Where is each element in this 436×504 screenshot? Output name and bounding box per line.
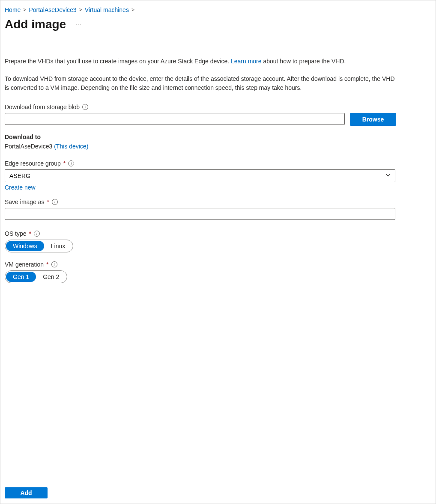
os-type-linux[interactable]: Linux (44, 241, 72, 251)
browse-button[interactable]: Browse (350, 113, 396, 126)
download-to-device-name: PortalAseDevice3 (5, 143, 54, 150)
vm-gen-toggle: Gen 1 Gen 2 (5, 270, 67, 283)
info-icon[interactable]: i (52, 199, 58, 205)
learn-more-link[interactable]: Learn more (231, 58, 262, 65)
resource-group-field: Edge resource group * i Create new (5, 160, 431, 191)
info-icon[interactable]: i (68, 160, 74, 166)
chevron-right-icon: > (79, 7, 82, 13)
page-header: Add image ··· (5, 18, 431, 31)
chevron-right-icon: > (131, 7, 134, 13)
more-actions-button[interactable]: ··· (74, 19, 84, 30)
save-as-field: Save image as * i (5, 199, 431, 220)
os-type-label: OS type (5, 230, 27, 237)
breadcrumb-home[interactable]: Home (5, 6, 21, 13)
os-type-toggle: Windows Linux (5, 240, 73, 252)
download-blob-label: Download from storage blob (5, 104, 80, 110)
vm-gen-label: VM generation (5, 261, 44, 268)
add-button[interactable]: Add (5, 487, 48, 498)
required-indicator: * (46, 261, 48, 268)
vm-gen-field: VM generation * i Gen 1 Gen 2 (5, 261, 431, 283)
intro-paragraph-1: Prepare the VHDs that you'll use to crea… (5, 57, 399, 66)
required-indicator: * (63, 160, 66, 167)
save-as-input[interactable] (5, 208, 395, 220)
vm-gen-2[interactable]: Gen 2 (36, 272, 66, 282)
breadcrumb-vms[interactable]: Virtual machines (85, 6, 129, 13)
download-to-suffix: (This device) (54, 143, 88, 150)
chevron-right-icon: > (23, 7, 26, 13)
download-to-label: Download to (5, 133, 41, 140)
page-title: Add image (5, 18, 66, 31)
info-icon[interactable]: i (34, 231, 40, 237)
required-indicator: * (47, 199, 49, 205)
intro-text-before: Prepare the VHDs that you'll use to crea… (5, 58, 231, 65)
os-type-windows[interactable]: Windows (6, 241, 44, 251)
vm-gen-1[interactable]: Gen 1 (6, 272, 36, 282)
breadcrumb: Home > PortalAseDevice3 > Virtual machin… (5, 6, 431, 13)
required-indicator: * (29, 230, 31, 237)
download-to-field: Download to PortalAseDevice3 (This devic… (5, 133, 431, 150)
info-icon[interactable]: i (51, 261, 57, 267)
download-blob-field: Download from storage blob i Browse (5, 104, 431, 126)
download-blob-input[interactable] (5, 113, 345, 125)
create-new-link[interactable]: Create new (5, 184, 36, 191)
intro-paragraph-2: To download VHD from storage account to … (5, 74, 399, 92)
os-type-field: OS type * i Windows Linux (5, 230, 431, 252)
intro-text-after: about how to prepare the VHD. (262, 58, 346, 65)
breadcrumb-device[interactable]: PortalAseDevice3 (29, 6, 76, 13)
download-to-value: PortalAseDevice3 (This device) (5, 143, 431, 150)
footer-bar: Add (0, 482, 436, 504)
resource-group-select[interactable] (5, 169, 395, 182)
save-as-label: Save image as (5, 199, 45, 205)
resource-group-label: Edge resource group (5, 160, 61, 167)
info-icon[interactable]: i (82, 104, 88, 110)
